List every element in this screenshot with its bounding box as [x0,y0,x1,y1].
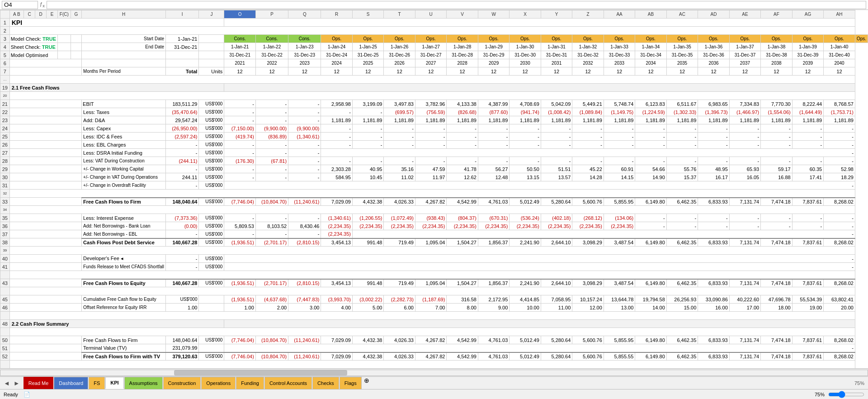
tab-kpi[interactable]: KPI [105,377,123,389]
tab-control[interactable]: Control Accounts [264,377,312,389]
nav-right-arrow[interactable]: ► [12,380,22,387]
zoom-label: 75% [854,380,864,386]
formula-bar: ƒx [0,0,868,10]
row-34: 34 [0,206,868,214]
row-28: 28 Less: VAT During Construction (244.11… [0,157,868,165]
col-header-row: A B C D E F(C) G H I J O P Q R S T U V [0,10,868,19]
row-32: 32 [0,190,868,198]
tab-dashboard[interactable]: Dashboard [54,377,88,389]
zoom-level: 75% [815,392,825,397]
row-48: 48 2.2 Cash Flow Summary [0,320,868,328]
row-23: 23 Add: D&A 29,547.24 US$'000 - - - 1,18… [0,116,868,124]
row-1: 1 KPI [0,19,868,27]
row-20: 20 [0,92,868,100]
row-51: 51 Terminal Value (TV) 231,079.99 - [0,344,868,352]
row-30: 30 +/- Change in VAT During Operations 2… [0,173,868,181]
grid-area[interactable]: A B C D E F(C) G H I J O P Q R S T U V [0,10,868,368]
tab-assumptions[interactable]: Assumptions [124,377,163,389]
row-5: 5 Model Optimised 31-Dec-21 31-Dec-22 31… [0,51,868,59]
row-3: 3 Model Check: TRUE Start Date 1-Jan-21 … [0,35,868,43]
row-26: 26 Less: EBL Charges - US$'000 --- -----… [0,141,868,149]
sheet-tab-bar: ◄ ► Read Me Dashboard FS KPI Assumptions… [0,376,868,389]
row-29: 29 +/- Change in Working Capital - US$'0… [0,165,868,173]
row-43: 43 Free Cash Flows to Equity 140,667.28 … [0,279,868,287]
status-ready-label: Ready [4,392,18,397]
row-49 [0,328,868,336]
row-44 [0,287,868,295]
tab-construction[interactable]: Construction [163,377,201,389]
row-19: 19 2.1 Free Cash Flows [0,84,868,92]
row-53 [0,361,868,369]
row-50: 50 Free Cash Flows to Firm 148,040.64 US… [0,336,868,344]
row-7: 7 Months Per Period Total Units 12 12 12… [0,67,868,76]
tab-checks[interactable]: Checks [312,377,339,389]
row-35: 35 Less: Interest Expense (7,373.36) US$… [0,214,868,222]
row-25: 25 Less: IDC & Fees (2,597.24) US$'000 (… [0,133,868,141]
row-6: 6 2021 2022 2023 2024 2025 2026 2027 202… [0,59,868,67]
row-38: 38 Cash Flows Post Debt Service 140,667.… [0,238,868,247]
tab-funding[interactable]: Funding [236,377,264,389]
row-37: 37 Add: Net Borrowings - EBL - US$'000 -… [0,230,868,238]
tab-flags[interactable]: Flags [340,377,362,389]
name-box[interactable] [2,1,38,9]
spreadsheet-table: A B C D E F(C) G H I J O P Q R S T U V [0,10,868,368]
row-2: 2 [0,27,868,35]
row-36: 36 Add: Net Borrowings - Bank Loan (0.00… [0,222,868,230]
row-41: 41 Funds Release to Meet CFADS Shortfall… [0,263,868,271]
row-22: 22 Less: Taxes (35,470.64) US$'000 - - -… [0,108,868,116]
row-45: 45 Cumulative Free Cash flow to Equity U… [0,295,868,304]
tab-fs[interactable]: FS [89,377,105,389]
row-40: 40 Developer's Fee ◂ - US$'000 - [0,255,868,263]
spreadsheet-app: ƒx [0,0,868,399]
row-33: 33 Free Cash Flows to Firm 148,040.64 US… [0,198,868,206]
row-47 [0,312,868,320]
row-52: 52 Free Cash Flows to Firm with TV 379,1… [0,352,868,361]
row-4: 4 Sheet Check: TRUE End Date 31-Dec-21 1… [0,43,868,51]
function-icon: ƒx [40,1,45,8]
row-31: 31 +/- Change in Overdraft Facility - US… [0,181,868,190]
formula-input[interactable] [47,1,866,9]
add-sheet-button[interactable]: ⊕ [364,377,369,389]
status-bar: Ready 📄 75% [0,389,868,399]
status-page-layout-icon[interactable]: 📄 [24,391,30,398]
row-46: 46 Offset Reference for Equity IRR 1.00 … [0,304,868,312]
row-spacer-8-18: … [0,76,868,84]
tab-operations[interactable]: Operations [201,377,236,389]
tab-readme[interactable]: Read Me [24,377,54,389]
zoom-slider[interactable] [828,391,864,398]
horizontal-scrollbar[interactable] [0,368,868,376]
row-21: 21 EBIT 183,511.29 US$'000 - - - 2,958.9… [0,100,868,108]
nav-left-arrow[interactable]: ◄ [2,380,12,387]
row-39: 39 [0,247,868,255]
row-42 [0,271,868,279]
row-27: 27 Less: DSRA Initial Funding - US$'000 … [0,149,868,157]
row-24: 24 Less: Capex (26,950.00) US$'000 (7,15… [0,124,868,133]
